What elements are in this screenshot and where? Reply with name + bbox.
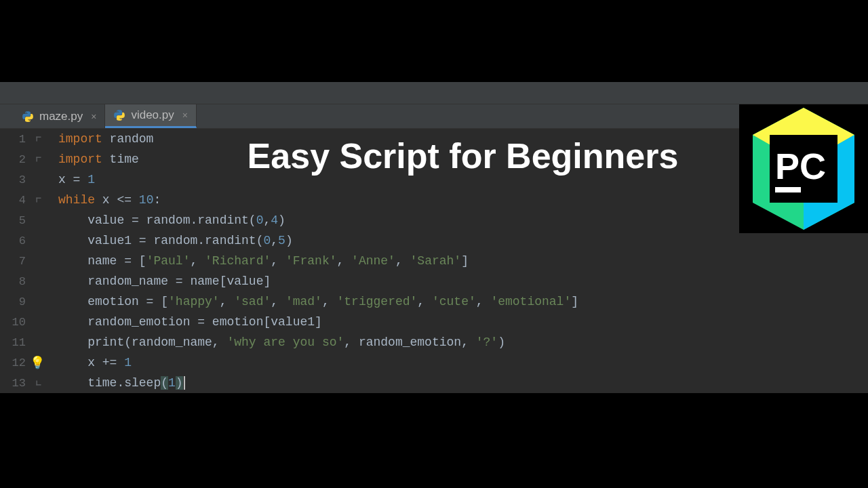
gutter-icons xyxy=(35,291,58,312)
code-line[interactable]: 1import random xyxy=(0,129,868,149)
gutter-icons: 💡 xyxy=(35,352,58,373)
code-line[interactable]: 7 name = ['Paul', 'Richard', 'Frank', 'A… xyxy=(0,251,868,271)
code-line[interactable]: 8 random_name = name[value] xyxy=(0,271,868,291)
code-line[interactable]: 13 time.sleep(1) xyxy=(0,373,868,393)
code-line[interactable]: 10 random_emotion = emotion[value1] xyxy=(0,312,868,332)
gutter-icons xyxy=(35,149,58,169)
svg-text:PC: PC xyxy=(775,146,826,186)
python-file-icon xyxy=(22,110,34,123)
line-number: 6 xyxy=(0,235,35,247)
gutter-icons xyxy=(35,373,58,393)
gutter-icons xyxy=(35,169,58,190)
line-number: 8 xyxy=(0,275,35,288)
code-text[interactable]: import random xyxy=(58,132,153,146)
gutter-icons xyxy=(35,251,58,271)
line-number: 5 xyxy=(0,214,35,227)
line-number: 9 xyxy=(0,296,35,308)
fold-marker-icon[interactable] xyxy=(37,381,41,386)
code-line[interactable]: 6 value1 = random.randint(0,5) xyxy=(0,230,868,251)
fold-marker-icon[interactable] xyxy=(37,198,41,203)
code-text[interactable]: value1 = random.randint(0,5) xyxy=(58,234,293,247)
tab-label: maze.py xyxy=(39,110,83,123)
code-text[interactable]: emotion = ['happy', 'sad', 'mad', 'trigg… xyxy=(58,295,578,308)
pycharm-logo: PC xyxy=(739,104,868,233)
line-number: 2 xyxy=(0,153,35,166)
code-text[interactable]: random_name = name[value] xyxy=(58,274,271,288)
gutter-icons xyxy=(35,129,58,149)
code-line[interactable]: 12💡 x += 1 xyxy=(0,352,868,373)
tab-label: video.py xyxy=(131,108,174,122)
code-text[interactable]: print(random_name, 'why are you so', ran… xyxy=(58,336,505,349)
code-text[interactable]: while x <= 10: xyxy=(58,193,161,207)
code-text[interactable]: name = ['Paul', 'Richard', 'Frank', 'Ann… xyxy=(58,254,469,268)
code-line[interactable]: 3x = 1 xyxy=(0,169,868,190)
gutter-icons xyxy=(35,210,58,230)
intention-bulb-icon[interactable]: 💡 xyxy=(30,355,45,370)
line-number: 13 xyxy=(0,377,35,390)
editor-pane: maze.py× video.py× 1import random2import… xyxy=(0,82,868,393)
code-editor[interactable]: 1import random2import time3x = 14while x… xyxy=(0,129,868,393)
tab-maze-py[interactable]: maze.py× xyxy=(14,104,105,128)
gutter-icons xyxy=(35,190,58,210)
line-number: 11 xyxy=(0,336,35,349)
python-file-icon xyxy=(113,109,125,121)
code-line[interactable]: 2import time xyxy=(0,149,868,169)
gutter-icons xyxy=(35,312,58,332)
code-line[interactable]: 4while x <= 10: xyxy=(0,190,868,210)
tab-video-py[interactable]: video.py× xyxy=(105,104,197,128)
tab-bar: maze.py× video.py× xyxy=(0,104,868,129)
code-text[interactable]: random_emotion = emotion[value1] xyxy=(58,315,322,329)
code-line[interactable]: 9 emotion = ['happy', 'sad', 'mad', 'tri… xyxy=(0,291,868,312)
toolbar-strip xyxy=(0,82,868,104)
code-line[interactable]: 5 value = random.randint(0,4) xyxy=(0,210,868,230)
tab-close-icon[interactable]: × xyxy=(91,111,96,122)
line-number: 10 xyxy=(0,316,35,329)
code-text[interactable]: time.sleep(1) xyxy=(58,376,185,390)
fold-marker-icon[interactable] xyxy=(37,137,41,142)
code-text[interactable]: import time xyxy=(58,152,139,166)
tab-close-icon[interactable]: × xyxy=(182,110,188,121)
line-number: 1 xyxy=(0,133,35,146)
code-text[interactable]: value = random.randint(0,4) xyxy=(58,214,285,227)
fold-marker-icon[interactable] xyxy=(37,157,41,162)
svg-rect-5 xyxy=(775,187,801,192)
line-number: 7 xyxy=(0,255,35,268)
code-text[interactable]: x = 1 xyxy=(58,173,95,186)
gutter-icons xyxy=(35,230,58,251)
gutter-icons xyxy=(35,271,58,291)
gutter-icons xyxy=(35,332,58,352)
code-text[interactable]: x += 1 xyxy=(58,356,132,369)
line-number: 3 xyxy=(0,174,35,186)
code-line[interactable]: 11 print(random_name, 'why are you so', … xyxy=(0,332,868,352)
line-number: 4 xyxy=(0,194,35,207)
